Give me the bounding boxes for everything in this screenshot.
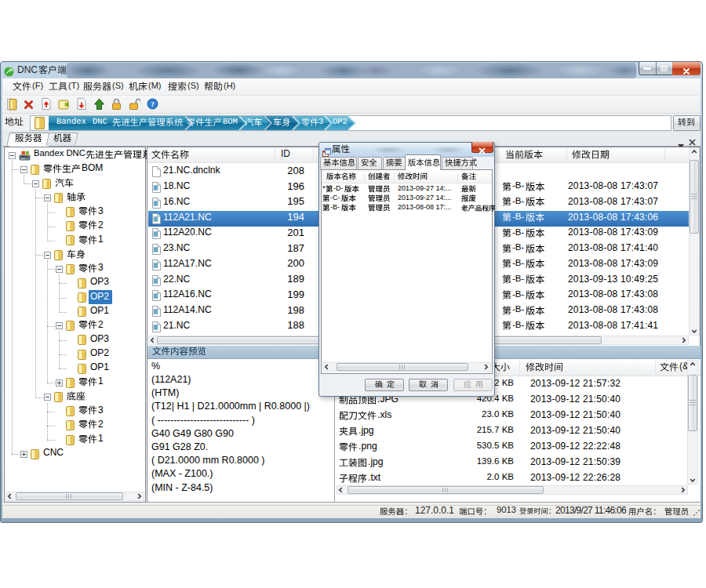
svg-text:?: ? bbox=[151, 100, 155, 108]
